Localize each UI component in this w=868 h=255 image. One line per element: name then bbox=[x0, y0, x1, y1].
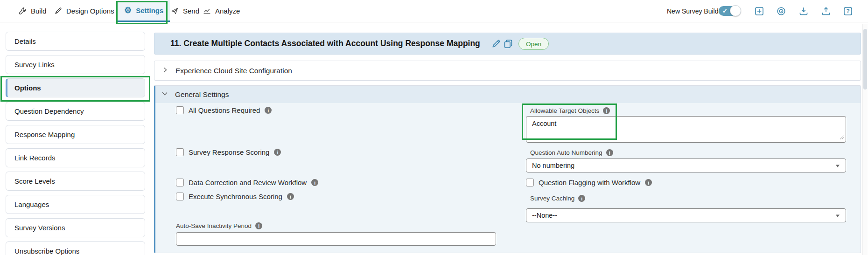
sidebar-item-response-mapping[interactable]: Response Mapping bbox=[6, 125, 145, 144]
sidebar-item-label: Response Mapping bbox=[14, 131, 75, 138]
upload-icon[interactable] bbox=[821, 7, 831, 16]
wrench-icon bbox=[19, 7, 27, 15]
new-survey-builder-toggle[interactable] bbox=[719, 6, 741, 16]
auto-save-label: Auto-Save Inactivity Period bbox=[176, 222, 252, 229]
info-icon[interactable] bbox=[265, 107, 272, 114]
preview-icon[interactable] bbox=[777, 7, 786, 16]
general-settings-body: All Questions Required Allowable Target … bbox=[155, 103, 861, 253]
sidebar-item-label: Survey Links bbox=[14, 61, 55, 69]
survey-caching-labelrow: Survey Caching bbox=[530, 195, 585, 202]
tab-send[interactable]: Send bbox=[171, 0, 199, 22]
info-icon[interactable] bbox=[255, 222, 262, 229]
all-questions-required-checkbox[interactable] bbox=[176, 106, 184, 114]
resize-handle-icon[interactable] bbox=[840, 134, 845, 141]
sidebar-item-score-levels[interactable]: Score Levels bbox=[6, 172, 145, 191]
info-icon[interactable] bbox=[274, 149, 281, 156]
chart-icon bbox=[203, 7, 211, 15]
survey-response-scoring-checkbox[interactable] bbox=[176, 148, 184, 156]
sidebar-item-label: Details bbox=[14, 37, 36, 45]
allowable-target-objects-value: Account bbox=[532, 120, 556, 127]
sidebar-item-label: Survey Versions bbox=[14, 224, 65, 232]
sidebar-item-link-records[interactable]: Link Records bbox=[6, 148, 145, 167]
sidebar-item-label: Unsubscribe Options bbox=[14, 247, 79, 255]
auto-save-input[interactable] bbox=[176, 232, 496, 246]
all-questions-required-row: All Questions Required bbox=[176, 106, 272, 114]
status-badge: Open bbox=[518, 38, 549, 50]
tab-analyze[interactable]: Analyze bbox=[203, 0, 240, 22]
section-experience-cloud[interactable]: Experience Cloud Site Configuration bbox=[154, 61, 861, 81]
general-settings-header[interactable]: General Settings bbox=[155, 86, 861, 103]
all-questions-required-label: All Questions Required bbox=[189, 106, 260, 114]
gear-icon: ⚙ bbox=[124, 6, 132, 14]
vertical-scrollbar[interactable] bbox=[862, 24, 868, 255]
execute-synchronous-scoring-label: Execute Synchronous Scoring bbox=[189, 193, 282, 200]
survey-response-scoring-label: Survey Response Scoring bbox=[189, 148, 269, 156]
execute-synchronous-scoring-row: Execute Synchronous Scoring bbox=[176, 193, 294, 200]
allowable-target-objects-textarea[interactable]: Account bbox=[526, 116, 846, 143]
survey-caching-select[interactable]: --None-- bbox=[526, 208, 846, 222]
sidebar-item-options[interactable]: Options bbox=[6, 78, 145, 97]
allowable-target-objects-label: Allowable Target Objects bbox=[530, 107, 599, 114]
sidebar-item-question-dependency[interactable]: Question Dependency bbox=[6, 102, 145, 121]
copy-icon[interactable] bbox=[504, 39, 513, 48]
toggle-knob bbox=[730, 5, 741, 16]
tab-build-label: Build bbox=[31, 7, 46, 15]
tab-build[interactable]: Build bbox=[19, 0, 46, 22]
question-auto-numbering-value: No numbering bbox=[532, 162, 574, 169]
svg-text:?: ? bbox=[846, 8, 849, 14]
edit-title-icon[interactable] bbox=[491, 39, 501, 48]
general-settings-label: General Settings bbox=[175, 90, 229, 99]
tab-design-options[interactable]: Design Options bbox=[54, 0, 114, 22]
top-toolbar: Build Design Options ⚙ Settings Send Ana… bbox=[0, 0, 868, 22]
tab-send-label: Send bbox=[183, 7, 199, 15]
auto-save-labelrow: Auto-Save Inactivity Period bbox=[176, 222, 262, 229]
survey-response-scoring-row: Survey Response Scoring bbox=[176, 148, 281, 156]
question-auto-numbering-select[interactable]: No numbering bbox=[526, 159, 846, 172]
data-correction-checkbox[interactable] bbox=[176, 179, 184, 186]
add-page-icon[interactable] bbox=[755, 7, 764, 16]
execute-synchronous-scoring-checkbox[interactable] bbox=[176, 193, 184, 200]
survey-builder-settings-page: Build Design Options ⚙ Settings Send Ana… bbox=[0, 0, 868, 255]
chevron-right-icon bbox=[162, 67, 168, 75]
question-flagging-label: Question Flagging with Workflow bbox=[539, 179, 640, 186]
sidebar-item-label: Options bbox=[14, 84, 41, 92]
dropdown-caret-icon bbox=[835, 163, 840, 169]
dropdown-caret-icon bbox=[835, 213, 840, 219]
data-correction-row: Data Correction and Review Workflow bbox=[176, 179, 318, 186]
section-general-settings: General Settings All Questions Required … bbox=[154, 85, 861, 253]
sidebar-item-details[interactable]: Details bbox=[6, 32, 145, 51]
sidebar-item-unsubscribe-options[interactable]: Unsubscribe Options bbox=[6, 241, 145, 255]
survey-title: 11. Create Multiple Contacts Associated … bbox=[170, 39, 480, 48]
survey-caching-label: Survey Caching bbox=[530, 195, 574, 202]
allowable-target-objects-labelrow: Allowable Target Objects bbox=[530, 107, 610, 114]
download-icon[interactable] bbox=[799, 7, 808, 16]
sidebar-item-survey-links[interactable]: Survey Links bbox=[6, 55, 145, 74]
chevron-down-icon bbox=[161, 90, 168, 99]
send-icon bbox=[171, 7, 179, 15]
question-flagging-checkbox[interactable] bbox=[526, 179, 534, 186]
info-icon[interactable] bbox=[603, 107, 610, 114]
survey-caching-value: --None-- bbox=[532, 212, 557, 219]
info-icon[interactable] bbox=[645, 179, 652, 186]
tab-settings[interactable]: ⚙ Settings bbox=[118, 0, 170, 22]
info-icon[interactable] bbox=[606, 149, 613, 156]
sidebar-item-languages[interactable]: Languages bbox=[6, 195, 145, 214]
section-experience-cloud-label: Experience Cloud Site Configuration bbox=[175, 67, 292, 75]
question-auto-numbering-labelrow: Question Auto Numbering bbox=[530, 149, 613, 156]
sidebar-item-survey-versions[interactable]: Survey Versions bbox=[6, 218, 145, 237]
sidebar-item-label: Link Records bbox=[14, 154, 56, 162]
help-icon[interactable]: ? bbox=[843, 7, 853, 16]
sidebar-item-label: Score Levels bbox=[14, 177, 55, 185]
question-flagging-row: Question Flagging with Workflow bbox=[526, 179, 652, 186]
info-icon[interactable] bbox=[311, 179, 318, 186]
data-correction-label: Data Correction and Review Workflow bbox=[189, 179, 307, 186]
survey-title-bar: 11. Create Multiple Contacts Associated … bbox=[154, 33, 861, 55]
question-auto-numbering-label: Question Auto Numbering bbox=[530, 149, 602, 156]
tab-analyze-label: Analyze bbox=[215, 7, 240, 15]
info-icon[interactable] bbox=[287, 193, 294, 200]
scrollbar-thumb[interactable] bbox=[863, 29, 867, 90]
info-icon[interactable] bbox=[578, 195, 585, 202]
tab-design-options-label: Design Options bbox=[66, 7, 114, 15]
paintbrush-icon bbox=[54, 7, 62, 15]
tab-settings-label: Settings bbox=[136, 7, 163, 14]
